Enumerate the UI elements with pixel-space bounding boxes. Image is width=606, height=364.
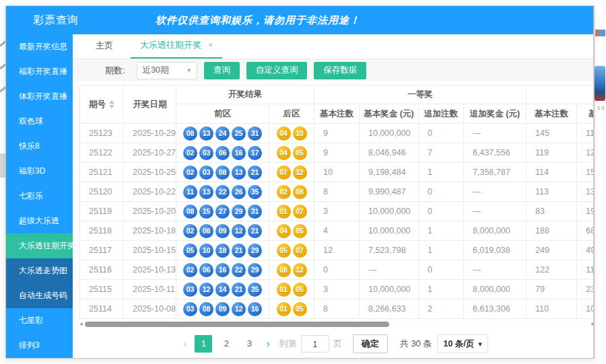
- background-window-text: [595, 30, 605, 36]
- chevron-down-icon: ▾: [187, 66, 191, 75]
- cell-issue: 25116: [80, 260, 124, 280]
- table-row: 251152025-10-1103121421350105310,000,000…: [80, 280, 594, 299]
- front-ball: 14: [215, 283, 230, 297]
- cell-extra-prize: ---: [464, 260, 527, 280]
- sidebar-item-1[interactable]: 福彩开奖直播: [6, 59, 73, 84]
- front-ball: 10: [199, 244, 213, 258]
- cell-extra-count: 1: [419, 241, 464, 260]
- close-icon[interactable]: ×: [208, 40, 213, 50]
- sidebar-item-3[interactable]: 双色球: [6, 109, 73, 134]
- cell-back-balls: 0405: [269, 221, 314, 241]
- tab-lottery-history[interactable]: 大乐透往期开奖 ×: [131, 39, 222, 59]
- sidebar-item-7[interactable]: 超级大乐透: [6, 209, 73, 233]
- cell-back-balls: 0712: [269, 163, 314, 182]
- period-select-value: 近30期: [143, 65, 169, 76]
- sidebar-item-12[interactable]: 排列3: [6, 333, 73, 358]
- goto-page-input[interactable]: [301, 335, 329, 353]
- cell-issue: 25114: [80, 299, 124, 319]
- page-button-2[interactable]: 2: [217, 335, 235, 353]
- cell-basic-prize: 10,000,000: [360, 221, 419, 241]
- front-ball: 08: [199, 302, 213, 316]
- front-ball: 21: [248, 166, 262, 180]
- confirm-button[interactable]: 确定: [353, 334, 388, 353]
- sort-icon[interactable]: [109, 100, 114, 108]
- cell-extra-count: 7: [419, 143, 464, 163]
- cell-clipped: 233,: [577, 280, 594, 299]
- cell-extra-prize: ---: [464, 182, 527, 202]
- page-size-value: 10 条/页: [443, 338, 474, 350]
- cell-extra-prize: 6,437,556: [464, 143, 527, 163]
- cell-front-balls: 0208091221: [176, 221, 269, 241]
- sidebar-item-9[interactable]: 大乐透走势图: [6, 258, 73, 283]
- sidebar-item-8[interactable]: 大乐透往期开奖: [6, 233, 73, 258]
- page-size-select[interactable]: 10 条/页 ▾: [437, 334, 487, 353]
- cell-basic-count: 4: [314, 221, 360, 241]
- cell-date: 2025-10-20: [124, 202, 176, 221]
- front-ball: 09: [215, 224, 230, 238]
- cell-clipped: 194,: [577, 202, 594, 221]
- col-header-back: 后区: [269, 104, 314, 124]
- back-ball: 05: [293, 283, 307, 297]
- scrollbar-thumb[interactable]: [85, 322, 389, 327]
- sidebar-item-5[interactable]: 福彩3D: [6, 159, 73, 184]
- page-button-3[interactable]: 3: [240, 335, 258, 353]
- sidebar-item-label: 福彩开奖直播: [19, 67, 67, 76]
- front-ball: 35: [248, 283, 262, 297]
- scroll-left-icon[interactable]: ◂: [79, 320, 83, 327]
- front-ball: 22: [232, 263, 246, 277]
- cell-clipped: 49,3: [577, 241, 594, 260]
- cell-basic-prize: 10,000,000: [360, 202, 419, 221]
- cell-issue: 25118: [80, 221, 124, 241]
- save-data-button[interactable]: 保存数据: [314, 62, 366, 79]
- cell-front-balls: 0308091216: [176, 299, 269, 319]
- desktop-background: 1.0 彩票查询 软件仅供查询和娱乐，请勿用于非法用途！ 最新开奖信息福彩开奖直…: [0, 0, 606, 364]
- front-ball: 16: [232, 146, 246, 160]
- cell-issue: 25123: [80, 124, 124, 143]
- col-header-basic-count-2: 基本注数: [527, 104, 577, 124]
- sidebar-item-2[interactable]: 体彩开奖直播: [6, 84, 73, 109]
- cell-date: 2025-10-29: [124, 124, 176, 143]
- custom-query-button[interactable]: 自定义查询: [246, 62, 308, 79]
- cell-basic-prize: ---: [360, 260, 419, 280]
- cell-front-balls: 0203081321: [176, 163, 269, 182]
- cell-basic-count2: 83: [527, 202, 577, 221]
- sidebar-item-label: 大乐透往期开奖: [19, 241, 73, 250]
- cell-issue: 25122: [80, 143, 124, 163]
- group-header-first-prize: 一等奖: [314, 85, 527, 104]
- back-ball: 12: [293, 166, 307, 180]
- cell-front-balls: 0312142135: [176, 280, 269, 299]
- pagination: ‹ 123 › 到第 页 确定 共 30 条 10 条/页 ▾: [73, 334, 593, 353]
- back-ball: 08: [293, 185, 307, 199]
- front-ball: 26: [232, 185, 246, 199]
- scroll-right-icon[interactable]: ▸: [591, 320, 593, 327]
- front-ball: 29: [248, 244, 262, 258]
- tab-home[interactable]: 主页: [86, 40, 123, 59]
- sidebar-item-6[interactable]: 七彩乐: [6, 184, 73, 209]
- cell-front-balls: 0815272931: [176, 202, 269, 221]
- sidebar-item-4[interactable]: 快乐8: [6, 134, 73, 159]
- period-select[interactable]: 近30期 ▾: [137, 62, 197, 79]
- col-header-issue[interactable]: 期号: [80, 85, 124, 124]
- cell-front-balls: 0206162229: [176, 260, 269, 280]
- sidebar-item-0[interactable]: 最新开奖信息: [6, 34, 73, 59]
- back-ball: 10: [293, 126, 307, 141]
- cell-extra-prize: ---: [464, 124, 527, 143]
- cell-clipped: 101,: [577, 299, 594, 319]
- cell-basic-count: 9: [314, 143, 360, 163]
- cell-issue: 25121: [80, 163, 124, 182]
- next-page-icon[interactable]: ›: [261, 338, 275, 350]
- prev-page-icon[interactable]: ‹: [178, 338, 192, 350]
- main-panel: 主页 大乐透往期开奖 × 期数: 近30期 ▾ 查询 自定义查询 保存数据: [73, 34, 593, 359]
- cell-issue: 25119: [80, 202, 124, 221]
- sidebar: 最新开奖信息福彩开奖直播体彩开奖直播双色球快乐8福彩3D七彩乐超级大乐透大乐透往…: [6, 34, 73, 359]
- cell-back-balls: 0105: [269, 299, 314, 319]
- back-ball: 04: [277, 126, 291, 141]
- search-button[interactable]: 查询: [204, 62, 240, 79]
- sidebar-item-11[interactable]: 七星彩: [6, 308, 73, 333]
- cell-basic-count: 0: [314, 260, 360, 280]
- front-ball: 21: [232, 283, 246, 297]
- cell-date: 2025-10-22: [124, 182, 176, 202]
- horizontal-scrollbar[interactable]: ◂ ▸: [79, 321, 593, 328]
- page-button-1[interactable]: 1: [195, 335, 212, 353]
- sidebar-item-10[interactable]: 自动生成号码: [6, 283, 73, 308]
